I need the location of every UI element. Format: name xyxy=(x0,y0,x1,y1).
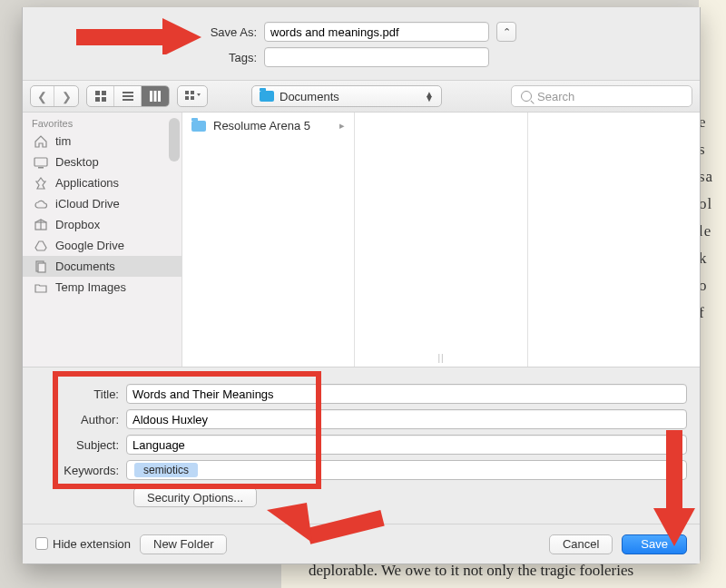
subject-label: Subject: xyxy=(35,438,126,452)
icon-view-button[interactable] xyxy=(87,86,114,106)
arrange-button[interactable] xyxy=(178,86,207,106)
sidebar-item-label: Documents xyxy=(55,260,115,273)
folder-icon xyxy=(191,121,206,132)
svg-rect-0 xyxy=(95,91,100,95)
keywords-label: Keywords: xyxy=(35,464,126,477)
subject-input[interactable] xyxy=(126,435,687,455)
svg-rect-3 xyxy=(102,97,106,102)
file-browser: Favorites timDesktopApplicationsiCloud D… xyxy=(23,113,700,368)
svg-rect-5 xyxy=(123,95,133,97)
cancel-button[interactable]: Cancel xyxy=(549,534,613,554)
author-input[interactable] xyxy=(126,409,687,429)
search-field[interactable]: Search xyxy=(511,85,692,107)
grid-icon xyxy=(94,90,107,103)
folder-icon xyxy=(260,91,274,102)
column-view-button[interactable] xyxy=(142,86,169,106)
cloud-icon xyxy=(34,198,48,211)
svg-rect-9 xyxy=(158,91,161,102)
hide-extension-checkbox[interactable]: Hide extension xyxy=(35,537,131,551)
home-icon xyxy=(34,135,48,148)
sidebar-item-label: Google Drive xyxy=(55,239,124,252)
nav-segment: ❮ ❯ xyxy=(30,85,79,107)
svg-rect-11 xyxy=(191,91,194,94)
keyword-token[interactable]: semiotics xyxy=(134,463,198,477)
column-1[interactable]: Resolume Arena 5 ▸ xyxy=(182,113,355,367)
arrange-segment xyxy=(177,85,208,107)
background-document-right: e s sa ol le k o f xyxy=(699,0,726,588)
folder-icon xyxy=(34,281,48,294)
docs-icon xyxy=(34,260,48,273)
search-icon xyxy=(521,91,532,102)
save-as-input[interactable] xyxy=(264,22,489,42)
gdrive-icon xyxy=(34,240,48,252)
sidebar-item-label: Desktop xyxy=(55,155,99,169)
sidebar-item-google-drive[interactable]: Google Drive xyxy=(23,235,182,256)
chevron-left-icon: ❮ xyxy=(37,90,47,103)
location-popup[interactable]: Documents ▲▼ xyxy=(251,85,442,107)
svg-rect-15 xyxy=(38,167,44,169)
updown-chevron-icon: ▲▼ xyxy=(425,92,434,101)
svg-rect-13 xyxy=(191,96,194,100)
arrange-icon xyxy=(184,90,201,103)
apps-icon xyxy=(34,177,48,190)
save-dialog: Save As: ⌃ Tags: ❮ ❯ xyxy=(22,7,701,564)
tags-label: Tags: xyxy=(41,51,264,64)
browser-toolbar: ❮ ❯ Documents ▲▼ Search xyxy=(23,80,700,113)
tags-input[interactable] xyxy=(264,47,489,67)
svg-rect-18 xyxy=(38,263,45,272)
columns-icon xyxy=(149,90,162,103)
sidebar-item-label: iCloud Drive xyxy=(55,197,120,211)
svg-rect-8 xyxy=(154,91,157,102)
desktop-icon xyxy=(34,156,48,169)
svg-rect-1 xyxy=(102,91,106,95)
folder-item[interactable]: Resolume Arena 5 ▸ xyxy=(182,116,354,135)
sidebar-item-tim[interactable]: tim xyxy=(23,131,182,152)
list-icon xyxy=(122,90,134,103)
svg-rect-2 xyxy=(95,97,100,102)
sidebar-item-temp-images[interactable]: Temp Images xyxy=(23,277,182,298)
sidebar-item-label: Dropbox xyxy=(55,218,100,231)
list-view-button[interactable] xyxy=(114,86,142,106)
title-label: Title: xyxy=(35,387,126,401)
sidebar-item-applications[interactable]: Applications xyxy=(23,172,182,193)
svg-rect-4 xyxy=(123,92,133,93)
chevron-right-icon: ❯ xyxy=(62,90,72,103)
new-folder-button[interactable]: New Folder xyxy=(140,534,227,554)
save-as-label: Save As: xyxy=(41,25,264,39)
sidebar-item-label: Applications xyxy=(55,176,119,190)
column-2[interactable]: || xyxy=(355,113,527,367)
sidebar: Favorites timDesktopApplicationsiCloud D… xyxy=(23,113,182,367)
sidebar-item-dropbox[interactable]: Dropbox xyxy=(23,214,182,235)
back-button[interactable]: ❮ xyxy=(31,86,54,106)
svg-rect-14 xyxy=(34,158,47,166)
sidebar-section-header: Favorites xyxy=(23,113,182,131)
title-input[interactable] xyxy=(126,384,687,404)
sidebar-scrollbar[interactable] xyxy=(169,118,180,162)
column-3[interactable] xyxy=(528,113,700,367)
svg-rect-7 xyxy=(150,91,152,102)
checkbox-icon xyxy=(35,537,48,550)
svg-rect-12 xyxy=(185,96,189,100)
location-label: Documents xyxy=(280,90,339,103)
sidebar-item-icloud-drive[interactable]: iCloud Drive xyxy=(23,193,182,214)
search-placeholder: Search xyxy=(537,90,574,103)
sidebar-item-desktop[interactable]: Desktop xyxy=(23,152,182,172)
security-options-button[interactable]: Security Options... xyxy=(133,487,257,507)
bottom-bar: Hide extension New Folder Cancel Save xyxy=(23,524,700,564)
pdf-metadata-section: Title: Author: Subject: Keywords: semiot… xyxy=(23,368,700,524)
chevron-up-icon: ⌃ xyxy=(503,26,511,38)
column-resize-handle[interactable]: || xyxy=(437,353,444,363)
sidebar-item-documents[interactable]: Documents xyxy=(23,256,182,277)
folder-item-label: Resolume Arena 5 xyxy=(213,119,310,132)
author-label: Author: xyxy=(35,413,126,426)
sidebar-item-label: tim xyxy=(55,134,71,148)
svg-rect-10 xyxy=(185,91,189,94)
collapse-button[interactable]: ⌃ xyxy=(496,22,516,42)
sidebar-item-label: Temp Images xyxy=(55,280,126,294)
forward-button[interactable]: ❯ xyxy=(54,86,78,106)
save-button[interactable]: Save xyxy=(622,534,687,554)
view-segment xyxy=(86,85,170,107)
keywords-input[interactable]: semiotics xyxy=(126,460,687,480)
box-icon xyxy=(34,219,48,231)
hide-extension-label: Hide extension xyxy=(53,537,131,551)
